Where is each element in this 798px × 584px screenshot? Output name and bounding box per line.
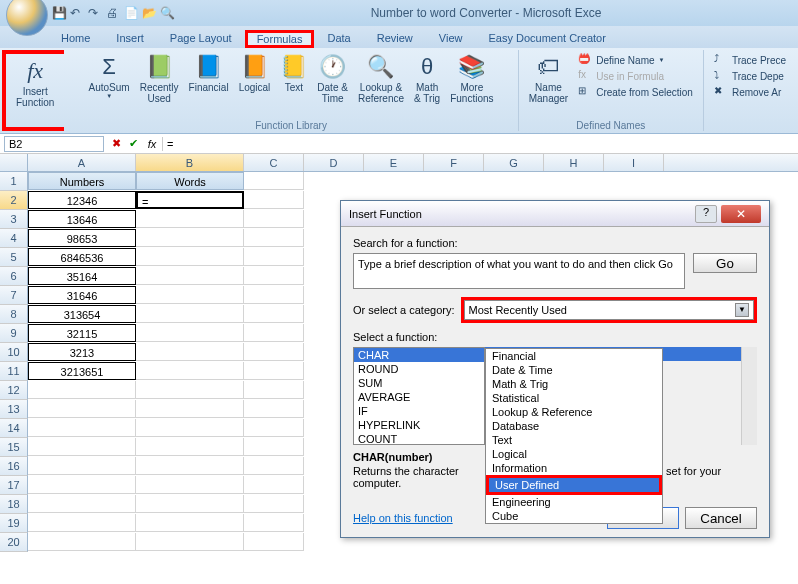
row-header-8[interactable]: 8 (0, 305, 28, 324)
cell-b9[interactable] (136, 324, 244, 342)
select-all-corner[interactable] (0, 154, 28, 171)
row-header-7[interactable]: 7 (0, 286, 28, 305)
cell-a9[interactable]: 32115 (28, 324, 136, 342)
define-name-button[interactable]: 📛Define Name ▼ (574, 52, 697, 68)
col-header-h[interactable]: H (544, 154, 604, 171)
close-button[interactable]: ✕ (721, 205, 761, 223)
row-header-12[interactable]: 12 (0, 381, 28, 400)
row-header-3[interactable]: 3 (0, 210, 28, 229)
row-header-17[interactable]: 17 (0, 476, 28, 495)
cat-item-information[interactable]: Information (486, 461, 662, 475)
cell-b7[interactable] (136, 286, 244, 304)
cat-item-datetime[interactable]: Date & Time (486, 363, 662, 377)
insert-function-button[interactable]: fx Insert Function (12, 56, 58, 110)
row-header-18[interactable]: 18 (0, 495, 28, 514)
row-header-10[interactable]: 10 (0, 343, 28, 362)
row-header-2[interactable]: 2 (0, 191, 28, 210)
cell-a7[interactable]: 31646 (28, 286, 136, 304)
undo-icon[interactable]: ↶ (70, 6, 84, 20)
category-dropdown[interactable]: Financial Date & Time Math & Trig Statis… (485, 348, 663, 524)
row-header-11[interactable]: 11 (0, 362, 28, 381)
category-select[interactable]: Most Recently Used ▼ (464, 300, 755, 320)
formula-input[interactable]: = (162, 137, 798, 151)
row-header-4[interactable]: 4 (0, 229, 28, 248)
save-icon[interactable]: 💾 (52, 6, 66, 20)
print-icon[interactable]: 🖨 (106, 6, 120, 20)
row-header-13[interactable]: 13 (0, 400, 28, 419)
function-item-count[interactable]: COUNT (354, 432, 484, 446)
logical-button[interactable]: 📙Logical (235, 52, 275, 106)
create-from-selection-button[interactable]: ⊞Create from Selection (574, 84, 697, 100)
accept-formula-icon[interactable]: ✔ (125, 137, 142, 150)
open-icon[interactable]: 📂 (142, 6, 156, 20)
cell-a3[interactable]: 13646 (28, 210, 136, 228)
function-item-if[interactable]: IF (354, 404, 484, 418)
cell-b6[interactable] (136, 267, 244, 285)
lookup-ref-button[interactable]: 🔍Lookup & Reference (354, 52, 408, 106)
tab-easy-doc[interactable]: Easy Document Creator (475, 28, 618, 48)
row-header-5[interactable]: 5 (0, 248, 28, 267)
cat-item-cube[interactable]: Cube (486, 509, 662, 523)
cell-a5[interactable]: 6846536 (28, 248, 136, 266)
col-header-d[interactable]: D (304, 154, 364, 171)
cell-a6[interactable]: 35164 (28, 267, 136, 285)
tab-home[interactable]: Home (48, 28, 103, 48)
preview-icon[interactable]: 🔍 (160, 6, 174, 20)
text-button[interactable]: 📒Text (276, 52, 311, 106)
col-header-c[interactable]: C (244, 154, 304, 171)
cell-b4[interactable] (136, 229, 244, 247)
col-header-g[interactable]: G (484, 154, 544, 171)
cell-c2[interactable] (244, 191, 304, 209)
dialog-titlebar[interactable]: Insert Function ? ✕ (341, 201, 769, 227)
cell-b3[interactable] (136, 210, 244, 228)
tab-data[interactable]: Data (314, 28, 363, 48)
name-box[interactable]: B2 (4, 136, 104, 152)
row-header-20[interactable]: 20 (0, 533, 28, 552)
cell-b1[interactable]: Words (136, 172, 244, 190)
cell-b5[interactable] (136, 248, 244, 266)
cancel-formula-icon[interactable]: ✖ (108, 137, 125, 150)
cat-item-text[interactable]: Text (486, 433, 662, 447)
function-list-scrollbar[interactable] (741, 347, 757, 445)
date-time-button[interactable]: 🕐Date & Time (313, 52, 352, 106)
cell-a10[interactable]: 3213 (28, 343, 136, 361)
function-item-average[interactable]: AVERAGE (354, 390, 484, 404)
cell-a4[interactable]: 98653 (28, 229, 136, 247)
cell-a1[interactable]: Numbers (28, 172, 136, 190)
trace-precedents-button[interactable]: ⤴Trace Prece (710, 52, 790, 68)
row-header-1[interactable]: 1 (0, 172, 28, 191)
tab-formulas[interactable]: Formulas (245, 30, 315, 48)
cat-item-financial[interactable]: Financial (486, 349, 662, 363)
function-item-round[interactable]: ROUND (354, 362, 484, 376)
name-manager-button[interactable]: 🏷Name Manager (525, 52, 572, 106)
cat-item-user-defined[interactable]: User Defined (489, 478, 659, 492)
go-button[interactable]: Go (693, 253, 757, 273)
cell-b2[interactable]: = (136, 191, 244, 209)
remove-arrows-button[interactable]: ✖Remove Ar (710, 84, 790, 100)
financial-button[interactable]: 📘Financial (185, 52, 233, 106)
recently-used-button[interactable]: 📗Recently Used (136, 52, 183, 106)
function-item-sum[interactable]: SUM (354, 376, 484, 390)
cell-b10[interactable] (136, 343, 244, 361)
cat-item-database[interactable]: Database (486, 419, 662, 433)
cancel-button[interactable]: Cancel (685, 507, 757, 529)
autosum-button[interactable]: ΣAutoSum▼ (85, 52, 134, 106)
new-icon[interactable]: 📄 (124, 6, 138, 20)
cell-a2[interactable]: 12346 (28, 191, 136, 209)
math-trig-button[interactable]: θMath & Trig (410, 52, 444, 106)
more-functions-button[interactable]: 📚More Functions (446, 52, 497, 106)
help-button[interactable]: ? (695, 205, 717, 223)
row-header-15[interactable]: 15 (0, 438, 28, 457)
cat-item-statistical[interactable]: Statistical (486, 391, 662, 405)
cell-b11[interactable] (136, 362, 244, 380)
row-header-14[interactable]: 14 (0, 419, 28, 438)
tab-view[interactable]: View (426, 28, 476, 48)
col-header-f[interactable]: F (424, 154, 484, 171)
fx-button[interactable]: fx (142, 138, 162, 150)
tab-insert[interactable]: Insert (103, 28, 157, 48)
trace-dependents-button[interactable]: ⤵Trace Depe (710, 68, 790, 84)
col-header-b[interactable]: B (136, 154, 244, 171)
function-item-char[interactable]: CHAR (354, 348, 484, 362)
search-input[interactable]: Type a brief description of what you wan… (353, 253, 685, 289)
col-header-e[interactable]: E (364, 154, 424, 171)
